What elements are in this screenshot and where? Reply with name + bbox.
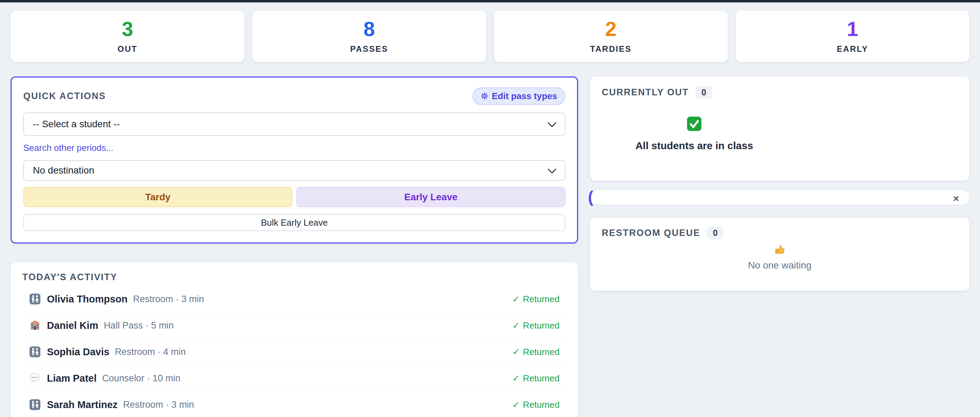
activity-row: Sophia Davis Restroom · 4 min ✓ Returned	[22, 339, 566, 365]
destination-select-value: No destination	[33, 165, 94, 176]
currently-out-panel: CURRENTLY OUT 0 All students are in clas…	[590, 77, 969, 181]
chevron-down-icon	[547, 119, 556, 127]
quick-actions-title: QUICK ACTIONS	[23, 91, 106, 102]
pass-type-icon	[29, 346, 41, 358]
returned-label: Returned	[523, 399, 560, 410]
chevron-down-icon	[547, 165, 556, 174]
stat-value: 3	[122, 19, 133, 40]
returned-label: Returned	[523, 294, 560, 305]
returned-status: ✓ Returned	[512, 320, 560, 331]
close-icon[interactable]: ×	[953, 192, 959, 205]
check-icon: ✓	[512, 347, 520, 357]
quick-actions-panel: QUICK ACTIONS Edit pass types -- Select …	[11, 77, 578, 243]
returned-label: Returned	[523, 373, 560, 384]
activity-row: Daniel Kim Hall Pass · 5 min ✓ Returned	[22, 312, 566, 339]
student-name: Liam Patel	[47, 373, 97, 384]
student-name: Sarah Martinez	[47, 399, 118, 411]
student-name: Sophia Davis	[47, 346, 109, 358]
stat-label: PASSES	[350, 44, 388, 54]
stat-card: 1 EARLY	[736, 11, 969, 62]
stat-value: 8	[364, 19, 375, 40]
pass-type-icon	[29, 293, 41, 305]
tardy-button[interactable]: Tardy	[23, 187, 292, 207]
returned-status: ✓ Returned	[512, 294, 560, 305]
returned-status: ✓ Returned	[512, 399, 560, 410]
activity-row: Liam Patel Counselor · 10 min ✓ Returned	[22, 365, 566, 391]
all-in-class-text: All students are in class	[602, 140, 787, 152]
returned-status: ✓ Returned	[512, 373, 560, 384]
todays-activity-panel: TODAY'S ACTIVITY Olivia Thompson Restroo…	[11, 262, 578, 417]
activity-list: Olivia Thompson Restroom · 3 min ✓ Retur…	[22, 286, 566, 417]
activity-row: Olivia Thompson Restroom · 3 min ✓ Retur…	[22, 286, 566, 312]
student-select[interactable]: -- Select a student --	[23, 112, 565, 136]
stat-value: 2	[605, 19, 616, 40]
returned-status: ✓ Returned	[512, 347, 560, 357]
pass-type-icon	[29, 320, 41, 331]
todays-activity-title: TODAY'S ACTIVITY	[22, 272, 566, 283]
pass-details: Restroom · 3 min	[123, 399, 194, 410]
check-icon: ✓	[512, 373, 520, 384]
restroom-queue-title: RESTROOM QUEUE	[602, 228, 700, 238]
stats-row: 3 OUT 8 PASSES 2 TARDIES 1 EARLY	[11, 11, 969, 62]
top-navigation-bar	[0, 0, 980, 2]
left-column: QUICK ACTIONS Edit pass types -- Select …	[11, 77, 578, 417]
restroom-queue-panel: RESTROOM QUEUE 0 No one waiting	[590, 218, 969, 291]
bulk-early-leave-button[interactable]: Bulk Early Leave	[23, 214, 565, 231]
student-select-value: -- Select a student --	[33, 119, 120, 129]
student-name: Olivia Thompson	[47, 294, 127, 305]
pass-type-icon	[29, 372, 41, 384]
stat-label: TARDIES	[590, 44, 632, 54]
stat-card: 8 PASSES	[252, 11, 486, 62]
currently-out-title: CURRENTLY OUT	[602, 87, 689, 98]
currently-out-empty-state: All students are in class	[602, 116, 787, 152]
stat-card: 3 OUT	[11, 11, 244, 62]
edit-pass-types-label: Edit pass types	[492, 91, 557, 102]
restroom-queue-empty-state: No one waiting	[602, 244, 958, 271]
notification-toast: ( ×	[590, 190, 969, 205]
activity-row: Sarah Martinez Restroom · 3 min ✓ Return…	[22, 391, 566, 417]
check-icon: ✓	[512, 320, 520, 331]
edit-pass-types-button[interactable]: Edit pass types	[473, 88, 565, 105]
green-check-icon	[686, 116, 702, 132]
pass-details: Restroom · 3 min	[133, 294, 204, 305]
thumbs-up-icon	[775, 244, 785, 255]
stat-label: EARLY	[837, 44, 868, 54]
restroom-queue-count-badge: 0	[707, 227, 724, 240]
stat-card: 2 TARDIES	[494, 11, 728, 62]
search-other-periods-link[interactable]: Search other periods...	[23, 143, 113, 153]
destination-select[interactable]: No destination	[23, 160, 565, 181]
spinner-icon: (	[588, 189, 593, 205]
early-leave-button[interactable]: Early Leave	[296, 187, 565, 207]
no-one-waiting-text: No one waiting	[602, 260, 958, 271]
check-icon: ✓	[512, 399, 520, 410]
pass-details: Restroom · 4 min	[115, 347, 186, 357]
returned-label: Returned	[523, 320, 560, 331]
currently-out-count-badge: 0	[695, 86, 712, 99]
pass-type-icon	[29, 399, 41, 411]
check-icon: ✓	[512, 294, 520, 305]
gear-icon	[481, 92, 488, 100]
right-column: CURRENTLY OUT 0 All students are in clas…	[590, 77, 969, 291]
pass-details: Counselor · 10 min	[102, 373, 180, 384]
stat-value: 1	[847, 19, 858, 40]
student-name: Daniel Kim	[47, 320, 99, 331]
returned-label: Returned	[523, 347, 560, 357]
stat-label: OUT	[118, 44, 137, 54]
pass-details: Hall Pass · 5 min	[104, 320, 174, 331]
